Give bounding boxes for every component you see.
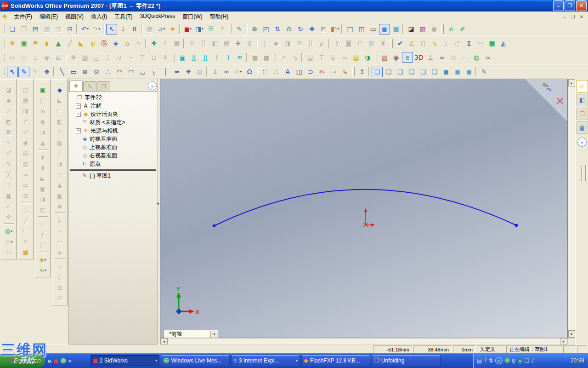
explorer-taskpane-tab[interactable]: ▦ — [576, 121, 588, 134]
view-bottom-button[interactable]: ❏ — [429, 67, 440, 77]
new-document-button[interactable]: ❏ — [7, 24, 18, 34]
tree-item-4[interactable]: ≣材质 <未指定> — [69, 118, 158, 126]
normal-to-sketch-button[interactable]: ↥ — [356, 67, 368, 77]
design-checker-button[interactable]: ✶ — [167, 24, 178, 34]
view-left-button[interactable]: ❏ — [395, 67, 406, 77]
mold-cavity-2-button[interactable]: ][ — [200, 52, 211, 63]
three-point-arc-button[interactable]: ◠ — [125, 67, 136, 77]
linear-sketch-pattern-button[interactable]: ∷ — [259, 67, 270, 77]
select-button[interactable]: ↖ — [7, 67, 18, 77]
qp-die-design-button[interactable]: ▣ — [18, 38, 29, 48]
qp-insert-button[interactable]: ✚ — [148, 38, 159, 48]
more-quicklaunch[interactable]: » — [68, 357, 72, 364]
dangling-relations-button[interactable]: A — [282, 67, 293, 77]
messenger-tray-icon[interactable]: ☻ — [504, 357, 510, 364]
centerpoint-arc-button[interactable]: ◠ — [114, 67, 125, 77]
offset-entities-button[interactable]: ⊃ — [305, 67, 316, 77]
arc-endpoint-right[interactable] — [515, 224, 518, 227]
library-taskpane-tab[interactable]: ❐ — [576, 108, 588, 120]
toolbar-grip[interactable] — [274, 53, 276, 62]
menu-item-2[interactable]: 编辑(E) — [36, 12, 62, 22]
taskbar-button-2[interactable]: ☻Windows Live Mes... — [161, 355, 230, 366]
toolbar-grip[interactable] — [55, 81, 64, 83]
statistics-button[interactable]: ⇘ — [429, 38, 440, 48]
graphics-viewport[interactable]: Y X ✎ ↷ ✕ *前视 ▾ — [160, 79, 568, 338]
qp-standard-button[interactable]: Ⓢ — [99, 38, 110, 48]
origin-marker[interactable] — [363, 212, 372, 227]
toolbar-grip[interactable] — [230, 24, 232, 34]
menu-item-7[interactable]: 窗口(W) — [179, 12, 206, 22]
open-document-button[interactable]: ❐ — [18, 24, 29, 34]
edrawings-button[interactable]: e — [402, 52, 413, 63]
spell-checker-button[interactable]: ✔ — [395, 38, 406, 48]
toolbar-grip[interactable] — [375, 53, 377, 62]
taskbar-button-3[interactable]: e3 Internet Expl...▾ — [231, 355, 300, 366]
zoom-to-selection-button[interactable]: ⊙ — [283, 24, 294, 34]
schematic-button[interactable]: ∷ — [448, 52, 459, 63]
view-top-button[interactable]: ❏ — [418, 67, 429, 77]
centerline-button[interactable]: ┆ — [160, 67, 171, 77]
search-binoculars-button[interactable]: ∞ — [436, 52, 447, 63]
menu-item-6[interactable]: 3DQuickPress — [136, 12, 179, 22]
taskbar-button-5[interactable]: ❐Unfolding — [372, 355, 441, 366]
3d-content-central-button[interactable]: 3D — [413, 52, 424, 63]
toolbar-grip[interactable] — [3, 53, 5, 62]
mold-core-button[interactable]: ▣ — [177, 52, 188, 63]
collapse-tray-icon[interactable]: ‹ — [495, 357, 503, 364]
perimeter-circle-button[interactable]: ⊙ — [91, 67, 102, 77]
wireless-tray-icon[interactable]: ψ — [512, 357, 515, 364]
taskbar-button-4[interactable]: ◆FlashFXP 12.8 KB... — [301, 355, 370, 366]
point-button[interactable]: ✳ — [183, 67, 194, 77]
tree-item-9[interactable]: ∟原点 — [69, 160, 158, 168]
circuitworks-button[interactable]: ◍ — [471, 52, 482, 63]
mold-tooling-split-button[interactable]: ≋ — [234, 52, 245, 63]
arc-endpoint-left[interactable] — [213, 224, 215, 227]
measure-button[interactable]: ⊿▾ — [156, 24, 167, 34]
messenger-quicklaunch[interactable]: ☻ — [60, 357, 67, 364]
hidden-lines-removed-button[interactable]: ▭ — [368, 24, 379, 34]
print-button[interactable]: ⊟ — [64, 24, 75, 34]
close-button[interactable]: ✕ — [576, 0, 587, 11]
mdi-minimize-button[interactable]: – — [560, 13, 568, 20]
help-button[interactable]: ? — [217, 24, 228, 34]
view-right-button[interactable]: ❏ — [406, 67, 417, 77]
select-other-button[interactable]: ✎ — [234, 24, 245, 34]
hidden-lines-visible-button[interactable]: ◫ — [356, 24, 367, 34]
qp-strip-layout-button[interactable]: ❖ — [7, 38, 18, 48]
view-trimetric-button[interactable]: ◼ — [452, 67, 463, 77]
featuremanager-tab[interactable]: ❖ — [69, 80, 83, 91]
die-align-button[interactable]: ✛ — [232, 38, 243, 48]
mold-shutoff-1-button[interactable]: I — [211, 52, 222, 63]
add-relation-button[interactable]: ⊥ — [209, 67, 220, 77]
rectangle-button[interactable]: ▭ — [68, 67, 79, 77]
toolbar-grip[interactable] — [390, 39, 393, 48]
solidworks-quicklaunch[interactable]: ◼ — [53, 357, 58, 364]
left-tool-button[interactable]: ◆ — [54, 85, 65, 95]
design-table-button[interactable]: ▤ — [351, 52, 362, 63]
routing-button[interactable]: ≈ — [482, 52, 493, 63]
volume-tray-icon[interactable]: ♪ — [531, 357, 535, 364]
modify-dimension-button[interactable]: Ω — [244, 67, 255, 77]
qp-shield-button[interactable]: ◈ — [110, 38, 121, 48]
qp-slug-button[interactable]: ╱ — [64, 38, 75, 48]
propertymanager-tab[interactable]: ✎ — [83, 81, 96, 91]
scroll-down-button[interactable]: ▼ — [568, 330, 575, 338]
display-tray-icon[interactable]: ❏ — [525, 357, 530, 364]
left-tool-button[interactable]: ◍▾ — [3, 226, 14, 236]
sketch-fillet-button[interactable]: ╮ — [148, 67, 159, 77]
line-button[interactable]: ╲ — [57, 67, 68, 77]
restore-button[interactable]: ❐ — [565, 0, 575, 11]
minimize-button[interactable]: – — [553, 0, 564, 11]
horizontal-scrollbar[interactable]: ◄ ► — [160, 338, 568, 345]
zoom-to-area-button[interactable]: ◰ — [260, 24, 271, 34]
mold-shutoff-2-button[interactable]: I — [223, 52, 234, 63]
panel-overflow-button[interactable]: » — [148, 81, 157, 90]
home-taskpane-tab[interactable]: ⌂ — [576, 80, 588, 92]
undo-button[interactable]: ↶▾ — [79, 24, 90, 34]
left-tool-button[interactable]: ≈▾ — [37, 265, 48, 276]
edrawings-quicklaunch[interactable]: e — [48, 357, 51, 364]
help-tray-icon[interactable]: ? — [484, 357, 486, 364]
view-front-button[interactable]: ❏ — [372, 67, 383, 77]
menu-item-5[interactable]: 工具(T) — [111, 12, 136, 22]
trim-entities-button[interactable]: ✄ — [317, 67, 328, 77]
